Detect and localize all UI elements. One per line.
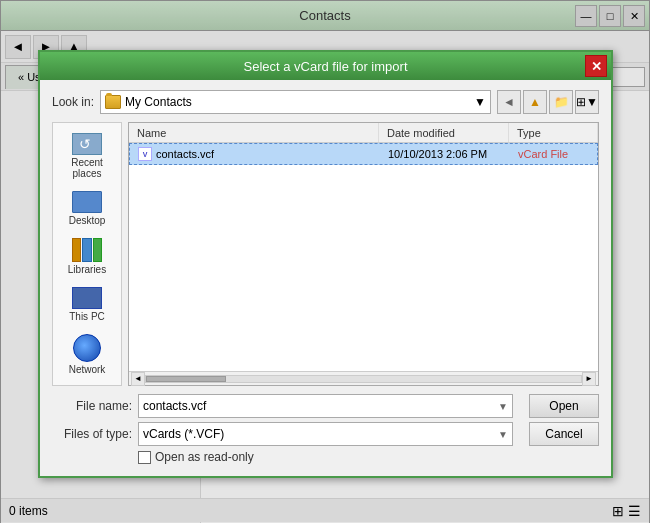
- left-item-libraries[interactable]: Libraries: [53, 232, 121, 281]
- left-item-desktop[interactable]: Desktop: [53, 185, 121, 232]
- col-type-header[interactable]: Type: [509, 123, 598, 142]
- filetype-dropdown-arrow: ▼: [498, 429, 508, 440]
- filename-dropdown-arrow: ▼: [498, 401, 508, 412]
- filetype-value: vCards (*.VCF): [143, 427, 224, 441]
- filename-row: File name: contacts.vcf ▼ Open: [52, 394, 599, 418]
- look-in-select[interactable]: My Contacts ▼: [100, 90, 491, 114]
- scroll-left-btn[interactable]: ◄: [131, 372, 145, 386]
- left-panel: Recent places Desktop Libraries T: [52, 122, 122, 386]
- dialog-titlebar: Select a vCard file for import ✕: [40, 52, 611, 80]
- view-btn[interactable]: ⊞▼: [575, 90, 599, 114]
- nav-buttons: ◄ ▲ 📁 ⊞▼: [497, 90, 599, 114]
- left-item-recent-label: Recent places: [57, 157, 117, 179]
- look-in-value: My Contacts: [125, 95, 192, 109]
- filename-value: contacts.vcf: [143, 399, 206, 413]
- open-button[interactable]: Open: [529, 394, 599, 418]
- dialog-body: Look in: My Contacts ▼ ◄ ▲ 📁 ⊞▼: [40, 80, 611, 476]
- file-list-body: V contacts.vcf 10/10/2013 2:06 PM vCard …: [129, 143, 598, 371]
- network-icon: [73, 334, 101, 362]
- recent-places-icon: [72, 133, 102, 155]
- thispc-icon: [72, 287, 102, 309]
- bottom-form: File name: contacts.vcf ▼ Open Files of …: [52, 394, 599, 464]
- new-folder-btn[interactable]: 📁: [549, 90, 573, 114]
- readonly-checkbox[interactable]: [138, 451, 151, 464]
- readonly-row: Open as read-only: [138, 450, 599, 464]
- libraries-icon: [72, 238, 102, 262]
- cancel-button[interactable]: Cancel: [529, 422, 599, 446]
- folder-icon: [105, 95, 121, 109]
- left-item-desktop-label: Desktop: [69, 215, 106, 226]
- left-item-thispc-label: This PC: [69, 311, 105, 322]
- back-nav-btn[interactable]: ◄: [497, 90, 521, 114]
- filename-input[interactable]: contacts.vcf ▼: [138, 394, 513, 418]
- left-item-thispc[interactable]: This PC: [53, 281, 121, 328]
- vcard-import-dialog: Select a vCard file for import ✕ Look in…: [38, 50, 613, 478]
- filetype-label: Files of type:: [52, 427, 132, 441]
- left-item-recent[interactable]: Recent places: [53, 127, 121, 185]
- scroll-right-btn[interactable]: ►: [582, 372, 596, 386]
- scrollbar-track[interactable]: [145, 375, 582, 383]
- file-row-date: 10/10/2013 2:06 PM: [380, 148, 510, 160]
- scrollbar-thumb[interactable]: [146, 376, 226, 382]
- left-item-network-label: Network: [69, 364, 106, 375]
- filetype-row: Files of type: vCards (*.VCF) ▼ Cancel: [52, 422, 599, 446]
- file-list-header: Name Date modified Type: [129, 123, 598, 143]
- dialog-close-btn[interactable]: ✕: [585, 55, 607, 77]
- desktop-icon: [72, 191, 102, 213]
- file-row-name: V contacts.vcf: [130, 147, 380, 161]
- col-date-header[interactable]: Date modified: [379, 123, 509, 142]
- readonly-label: Open as read-only: [155, 450, 254, 464]
- file-browser: Recent places Desktop Libraries T: [52, 122, 599, 386]
- vcf-file-icon: V: [138, 147, 152, 161]
- right-panel: Name Date modified Type V contacts.vcf: [128, 122, 599, 386]
- open-btn-col: Open: [519, 394, 599, 418]
- look-in-dropdown-arrow: ▼: [474, 95, 486, 109]
- dialog-title: Select a vCard file for import: [48, 59, 603, 74]
- up-nav-btn[interactable]: ▲: [523, 90, 547, 114]
- cancel-btn-col: Cancel: [519, 422, 599, 446]
- table-row[interactable]: V contacts.vcf 10/10/2013 2:06 PM vCard …: [129, 143, 598, 165]
- look-in-row: Look in: My Contacts ▼ ◄ ▲ 📁 ⊞▼: [52, 90, 599, 114]
- filename-label: File name:: [52, 399, 132, 413]
- col-name-header[interactable]: Name: [129, 123, 379, 142]
- left-item-libraries-label: Libraries: [68, 264, 106, 275]
- look-in-label: Look in:: [52, 95, 94, 109]
- horizontal-scrollbar[interactable]: ◄ ►: [129, 371, 598, 385]
- file-row-type: vCard File: [510, 148, 597, 160]
- filetype-select[interactable]: vCards (*.VCF) ▼: [138, 422, 513, 446]
- left-item-network[interactable]: Network: [53, 328, 121, 381]
